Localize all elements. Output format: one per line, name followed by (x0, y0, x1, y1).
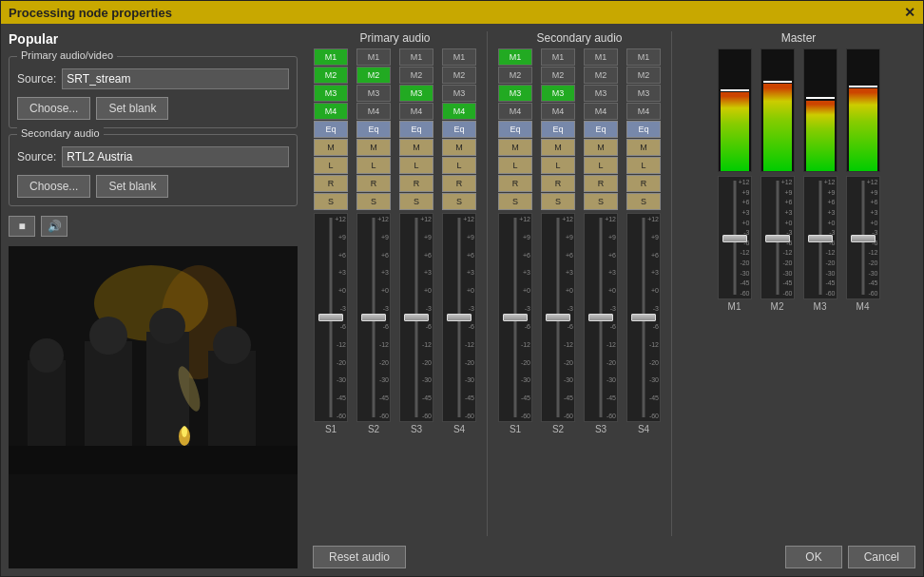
primary-m1-btn[interactable]: M1 (314, 48, 348, 66)
sec2-m1-btn[interactable]: M1 (541, 48, 575, 66)
primary-fader-4[interactable]: +12 +9 +6 +3 +0 -3 -6 -12 -20 -30 (442, 213, 476, 422)
sec4-r-btn[interactable]: R (626, 175, 661, 192)
primary4-s-btn[interactable]: S (442, 193, 476, 210)
primary2-r-btn[interactable]: R (356, 175, 391, 192)
primary-eq-btn[interactable]: Eq (314, 121, 348, 138)
primary4-l-btn[interactable]: L (442, 157, 476, 174)
primary3-l-btn[interactable]: L (399, 157, 433, 174)
primary-source-input[interactable] (62, 68, 289, 89)
master-fader-4[interactable]: +12 +9 +6 +3 +0 -3 -6 -12 -20 -30 (846, 176, 880, 299)
sec1-m1-btn[interactable]: M1 (498, 48, 532, 66)
primary3-m2-btn[interactable]: M2 (399, 67, 433, 84)
secondary-choose-button[interactable]: Choose... (17, 175, 90, 198)
cancel-button[interactable]: Cancel (848, 546, 915, 568)
primary2-m-btn[interactable]: M (356, 139, 391, 156)
primary-fader-2[interactable]: +12 +9 +6 +3 +0 -3 -6 -12 -20 -30 (356, 213, 391, 422)
primary3-m4-btn[interactable]: M4 (399, 103, 433, 120)
primary4-eq-btn[interactable]: Eq (442, 121, 476, 138)
sec1-r-btn[interactable]: R (498, 175, 532, 192)
sec4-s-btn[interactable]: S (626, 193, 661, 210)
ok-button[interactable]: OK (785, 546, 841, 568)
volume-button[interactable]: 🔊 (41, 216, 67, 237)
sec4-m1-btn[interactable]: M1 (626, 48, 661, 66)
primary2-eq-btn[interactable]: Eq (356, 121, 391, 138)
primary-fader-4-handle[interactable] (447, 314, 472, 321)
sec1-m2-btn[interactable]: M2 (498, 67, 532, 84)
sec-fader-1-handle[interactable] (503, 314, 528, 321)
master-fader-2[interactable]: +12 +9 +6 +3 +0 -3 -6 -12 -20 -30 (760, 176, 795, 299)
primary3-m3-btn[interactable]: M3 (399, 85, 433, 102)
master-fader-2-handle[interactable] (765, 235, 790, 242)
sec3-m1-btn[interactable]: M1 (584, 48, 618, 66)
primary-fader-1[interactable]: +12 +9 +6 +3 +0 -3 -6 -12 -20 -30 (314, 213, 348, 422)
primary3-eq-btn[interactable]: Eq (399, 121, 433, 138)
sec3-m2-btn[interactable]: M2 (584, 67, 618, 84)
primary4-m2-btn[interactable]: M2 (442, 67, 476, 84)
sec2-m-btn[interactable]: M (541, 139, 575, 156)
sec1-m3-btn[interactable]: M3 (498, 85, 532, 102)
close-button[interactable]: ✕ (904, 5, 915, 20)
sec2-l-btn[interactable]: L (541, 157, 575, 174)
primary4-m-btn[interactable]: M (442, 139, 476, 156)
sec2-m2-btn[interactable]: M2 (541, 67, 575, 84)
primary-fader-1-handle[interactable] (318, 314, 343, 321)
primary-m3-btn[interactable]: M3 (314, 85, 348, 102)
sec1-m4-btn[interactable]: M4 (498, 103, 532, 120)
sec4-m4-btn[interactable]: M4 (626, 103, 661, 120)
sec3-s-btn[interactable]: S (584, 193, 618, 210)
secondary-set-blank-button[interactable]: Set blank (96, 175, 168, 198)
primary2-s-btn[interactable]: S (356, 193, 391, 210)
primary3-m1-btn[interactable]: M1 (399, 48, 433, 66)
primary3-m-btn[interactable]: M (399, 139, 433, 156)
primary4-m3-btn[interactable]: M3 (442, 85, 476, 102)
master-fader-1-handle[interactable] (722, 235, 747, 242)
sec4-eq-btn[interactable]: Eq (626, 121, 661, 138)
sec4-m3-btn[interactable]: M3 (626, 85, 661, 102)
master-fader-1[interactable]: +12 +9 +6 +3 +0 -3 -6 -12 -20 -30 (718, 176, 752, 299)
sec2-m3-btn[interactable]: M3 (541, 85, 575, 102)
primary4-m4-btn[interactable]: M4 (442, 103, 476, 120)
primary3-r-btn[interactable]: R (399, 175, 433, 192)
sec2-m4-btn[interactable]: M4 (541, 103, 575, 120)
reset-audio-button[interactable]: Reset audio (313, 546, 406, 568)
sec3-m3-btn[interactable]: M3 (584, 85, 618, 102)
secondary-fader-4[interactable]: +12 +9 +6 +3 +0 -3 -6 -12 -20 -30 (626, 213, 661, 422)
stop-button[interactable]: ■ (9, 216, 35, 237)
primary-fader-2-handle[interactable] (361, 314, 386, 321)
secondary-fader-1[interactable]: +12 +9 +6 +3 +0 -3 -6 -12 -20 -30 (498, 213, 532, 422)
sec3-r-btn[interactable]: R (584, 175, 618, 192)
sec-fader-2-handle[interactable] (546, 314, 570, 321)
primary2-m4-btn[interactable]: M4 (356, 103, 391, 120)
sec3-m4-btn[interactable]: M4 (584, 103, 618, 120)
sec1-s-btn[interactable]: S (498, 193, 532, 210)
primary2-l-btn[interactable]: L (356, 157, 391, 174)
primary2-m3-btn[interactable]: M3 (356, 85, 391, 102)
secondary-fader-3[interactable]: +12 +9 +6 +3 +0 -3 -6 -12 -20 -30 (584, 213, 618, 422)
sec3-l-btn[interactable]: L (584, 157, 618, 174)
master-fader-3[interactable]: +12 +9 +6 +3 +0 -3 -6 -12 -20 -30 (803, 176, 837, 299)
primary4-m1-btn[interactable]: M1 (442, 48, 476, 66)
primary-s-btn[interactable]: S (314, 193, 348, 210)
secondary-fader-2[interactable]: +12 +9 +6 +3 +0 -3 -6 -12 -20 -30 (541, 213, 575, 422)
sec4-l-btn[interactable]: L (626, 157, 661, 174)
primary2-m1-btn[interactable]: M1 (356, 48, 391, 66)
sec3-m-btn[interactable]: M (584, 139, 618, 156)
sec3-eq-btn[interactable]: Eq (584, 121, 618, 138)
primary3-s-btn[interactable]: S (399, 193, 433, 210)
master-fader-4-handle[interactable] (851, 235, 876, 242)
sec1-m-btn[interactable]: M (498, 139, 532, 156)
sec-fader-4-handle[interactable] (631, 314, 656, 321)
sec1-eq-btn[interactable]: Eq (498, 121, 532, 138)
primary-choose-button[interactable]: Choose... (17, 97, 90, 120)
primary-l-btn[interactable]: L (314, 157, 348, 174)
sec4-m-btn[interactable]: M (626, 139, 661, 156)
primary-m2-btn[interactable]: M2 (314, 67, 348, 84)
sec2-s-btn[interactable]: S (541, 193, 575, 210)
primary2-m2-btn[interactable]: M2 (356, 67, 391, 84)
primary-m4-btn[interactable]: M4 (314, 103, 348, 120)
sec1-l-btn[interactable]: L (498, 157, 532, 174)
primary-set-blank-button[interactable]: Set blank (96, 97, 168, 120)
sec2-r-btn[interactable]: R (541, 175, 575, 192)
secondary-source-input[interactable] (62, 146, 289, 167)
primary-r-btn[interactable]: R (314, 175, 348, 192)
